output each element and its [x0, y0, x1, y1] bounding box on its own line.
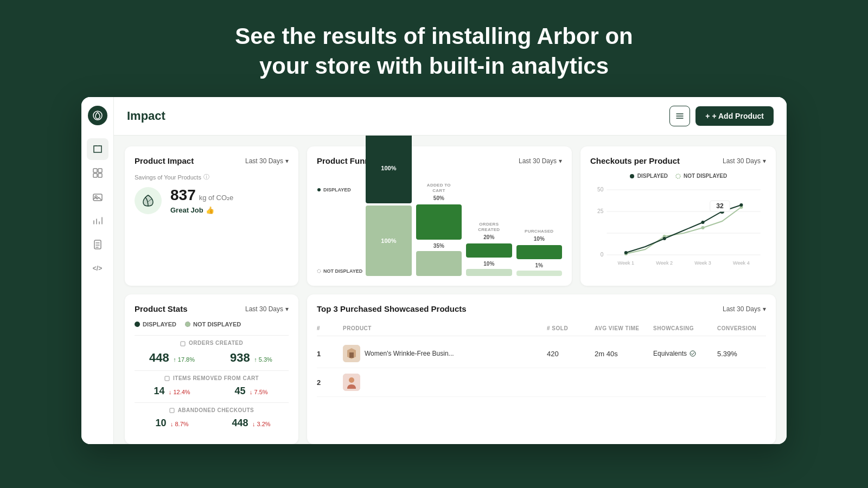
sidebar-item-analytics[interactable]	[87, 210, 108, 232]
funnel-bar-purchased-displayed	[516, 245, 562, 259]
svg-point-41	[349, 377, 354, 383]
svg-text:32: 32	[716, 202, 724, 210]
abandoned-not-displayed-cell: 448 ↓ 3.2%	[214, 418, 289, 429]
orders-displayed-change: ↑ 17.8%	[173, 356, 195, 363]
not-displayed-dot	[185, 322, 190, 327]
orders-displayed-value: 448	[149, 351, 169, 364]
row-rank-2: 2	[317, 378, 339, 387]
page-title: Impact	[127, 109, 165, 123]
orders-not-displayed-cell: 938 ↑ 5.3%	[214, 351, 289, 365]
abandoned-stats-row: 10 ↓ 8.7% 448 ↓ 3.2%	[135, 418, 289, 429]
svg-point-11	[317, 188, 321, 191]
sidebar-item-products[interactable]	[87, 138, 108, 160]
product-sold: 420	[547, 350, 590, 358]
col-sold: # SOLD	[547, 325, 590, 331]
chevron-down-icon: ▾	[285, 157, 289, 165]
checkouts-legend-not-displayed: NOT DISPLAYED	[675, 173, 727, 179]
funnel-bar-orders-displayed	[466, 243, 512, 258]
thumbs-up-icon: 👍	[206, 206, 214, 214]
sidebar-item-images[interactable]	[87, 186, 108, 208]
checkouts-chart: 50 25 0 Week 1 Week 2 Week 3 Week 4	[590, 184, 766, 271]
funnel-col-cart: ADDED TOCART 50% 35%	[416, 183, 462, 276]
product-name-cell-2	[343, 374, 542, 391]
sidebar-item-docs[interactable]	[87, 234, 108, 255]
abandoned-not-displayed-value: 448	[232, 418, 248, 428]
table-row-2: 2	[317, 368, 766, 397]
displayed-dot	[135, 322, 140, 327]
table-header: # PRODUCT # SOLD AVG VIEW TIME SHOWCASIN…	[317, 321, 766, 336]
sidebar-item-gallery[interactable]	[87, 162, 108, 184]
sidebar: </>	[81, 97, 114, 444]
product-name: Women's Wrinkle-Free Busin...	[365, 350, 454, 357]
svg-point-30	[624, 251, 628, 254]
svg-text:Week 4: Week 4	[733, 260, 750, 266]
svg-rect-4	[98, 174, 102, 177]
abandoned-displayed-change: ↓ 8.7%	[170, 421, 189, 427]
checkouts-header: Checkouts per Product Last 30 Days ▾	[590, 156, 766, 165]
product-stats-title: Product Stats	[135, 304, 188, 313]
add-product-plus-icon: +	[705, 112, 710, 120]
svg-point-13	[630, 174, 634, 178]
orders-label: ORDERS CREATED	[135, 335, 289, 346]
svg-point-31	[663, 237, 666, 240]
removed-stats-row: 14 ↓ 12.4% 45 ↓ 7.5%	[135, 386, 289, 397]
svg-point-12	[317, 269, 321, 273]
checkouts-period[interactable]: Last 30 Days ▾	[723, 157, 766, 165]
abandoned-label: ABANDONED CHECKOUTS	[135, 402, 289, 413]
savings-label: Savings of Your Products ⓘ	[135, 173, 289, 181]
funnel-col-viewed: PRODUCTSVIEWED 100% 100%	[366, 136, 411, 276]
funnel-bar-orders-not-displayed	[466, 269, 512, 276]
funnel-displayed-label: DISPLAYED	[317, 187, 362, 192]
col-conversion: CONVERSION	[717, 325, 766, 331]
product-impact-period[interactable]: Last 30 Days ▾	[245, 157, 289, 165]
top-products-title: Top 3 Purchased Showcased Products	[317, 304, 467, 313]
checkouts-title: Checkouts per Product	[590, 156, 680, 165]
legend-displayed: DISPLAYED	[135, 321, 176, 328]
funnel-bar-viewed-not-displayed: 100%	[366, 206, 411, 276]
hero-line1: See the results of installing Arbor on	[235, 23, 633, 49]
funnel-period[interactable]: Last 30 Days ▾	[519, 157, 562, 165]
info-icon: ⓘ	[203, 173, 209, 181]
menu-button[interactable]	[669, 106, 690, 126]
funnel-bar-cart-displayed	[416, 204, 462, 240]
svg-rect-2	[98, 169, 102, 172]
product-impact-title: Product Impact	[135, 156, 194, 165]
col-showcasing: SHOWCASING	[653, 325, 713, 331]
orders-displayed-cell: 448 ↑ 17.8%	[135, 351, 209, 365]
product-stats-period[interactable]: Last 30 Days ▾	[245, 305, 289, 313]
impact-body: 837 kg of CO₂e Great Job 👍	[135, 187, 289, 214]
funnel-bar-viewed-displayed: 100%	[366, 136, 411, 203]
add-product-button[interactable]: + + Add Product	[695, 106, 774, 126]
svg-rect-9	[165, 376, 169, 381]
svg-point-32	[701, 221, 705, 224]
svg-rect-8	[181, 342, 185, 346]
funnel-side-labels: DISPLAYED NOT DISPLAYED	[317, 173, 362, 276]
top-products-period[interactable]: Last 30 Days ▾	[723, 305, 766, 313]
svg-point-34	[739, 203, 743, 207]
funnel-bar-purchased-not-displayed	[516, 271, 562, 276]
funnel-col-orders: ORDERSCREATED 20% 10%	[466, 222, 512, 276]
removed-not-displayed-value: 45	[234, 386, 245, 396]
checkouts-legend-displayed: DISPLAYED	[629, 173, 668, 179]
col-rank: #	[317, 325, 339, 331]
chevron-down-icon: ▾	[763, 157, 766, 165]
product-thumbnail	[343, 345, 360, 362]
removed-displayed-cell: 14 ↓ 12.4%	[135, 386, 209, 397]
funnel-header: Product Funnel Last 30 Days ▾	[317, 156, 562, 165]
orders-stats-row: 448 ↑ 17.8% 938 ↑ 5.3%	[135, 351, 289, 365]
sidebar-item-code[interactable]: </>	[87, 258, 108, 279]
funnel-bars: PRODUCTSVIEWED 100% 100% ADDED TOCART 50…	[366, 173, 562, 276]
product-impact-card: Product Impact Last 30 Days ▾ Savings of…	[125, 146, 298, 286]
checkouts-legend: DISPLAYED NOT DISPLAYED	[590, 173, 766, 179]
leaf-icon	[135, 187, 162, 214]
product-funnel-card: Product Funnel Last 30 Days ▾ DISPLAYED	[307, 146, 572, 286]
removed-not-displayed-change: ↓ 7.5%	[250, 389, 268, 395]
table-row: 1 Women's Wrinkle-Free Busin... 420 2m	[317, 339, 766, 368]
product-name-cell: Women's Wrinkle-Free Busin...	[343, 345, 542, 362]
col-avg-view-time: AVG VIEW TIME	[595, 325, 649, 331]
add-product-label: + Add Product	[712, 112, 764, 120]
funnel-content: DISPLAYED NOT DISPLAYED PRODUCTSVIEWED	[317, 173, 562, 276]
svg-text:25: 25	[597, 208, 604, 214]
removed-not-displayed-cell: 45 ↓ 7.5%	[214, 386, 289, 397]
removed-label: ITEMS REMOVED FROM CART	[135, 370, 289, 381]
